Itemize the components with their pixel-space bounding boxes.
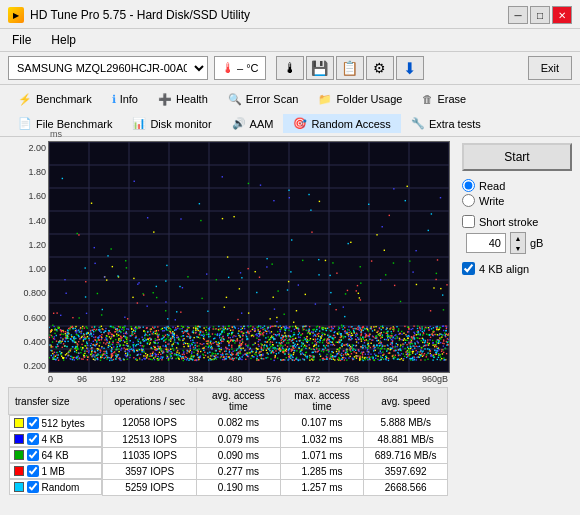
toolbar-icon-3[interactable]: 📋 xyxy=(336,56,364,80)
align-check[interactable] xyxy=(462,262,475,275)
chart-canvas xyxy=(48,141,450,373)
color-swatch-1 xyxy=(14,434,24,444)
cell-max-4: 1.257 ms xyxy=(280,479,364,495)
cell-transfer-1: 4 KB xyxy=(9,431,103,447)
cell-transfer-3: 1 MB xyxy=(9,463,103,479)
cell-ops-0: 12058 IOPS xyxy=(103,415,197,432)
cell-ops-1: 12513 IOPS xyxy=(103,431,197,447)
cell-speed-3: 3597.692 xyxy=(364,463,448,479)
benchmark-icon: ⚡ xyxy=(18,93,32,106)
tab-aam-label: AAM xyxy=(250,118,274,130)
temperature-value: – °C xyxy=(237,62,259,74)
gb-up-button[interactable]: ▲ xyxy=(511,233,525,243)
toolbar-icon-1[interactable]: 🌡 xyxy=(276,56,304,80)
tab-error-scan[interactable]: 🔍 Error Scan xyxy=(218,90,309,109)
cell-ops-3: 3597 IOPS xyxy=(103,463,197,479)
tab-folder-usage[interactable]: 📁 Folder Usage xyxy=(308,90,412,109)
tab-file-benchmark[interactable]: 📄 File Benchmark xyxy=(8,114,122,133)
tab-extra-tests-label: Extra tests xyxy=(429,118,481,130)
row-check-0[interactable] xyxy=(27,417,39,429)
tab-info[interactable]: ℹ Info xyxy=(102,90,148,109)
cell-speed-1: 48.881 MB/s xyxy=(364,431,448,447)
tab-folder-usage-label: Folder Usage xyxy=(336,93,402,105)
tab-random-access[interactable]: 🎯 Random Access xyxy=(283,114,400,133)
table-row: 4 KB 12513 IOPS 0.079 ms 1.032 ms 48.881… xyxy=(9,431,448,447)
col-header-speed: avg. speed xyxy=(364,388,448,415)
radio-read[interactable] xyxy=(462,179,475,192)
gb-down-button[interactable]: ▼ xyxy=(511,243,525,253)
menu-help[interactable]: Help xyxy=(47,31,80,49)
minimize-button[interactable]: ─ xyxy=(508,6,528,24)
cell-transfer-2: 64 KB xyxy=(9,447,103,463)
label-4: Random xyxy=(42,482,80,493)
tab-aam[interactable]: 🔊 AAM xyxy=(222,114,284,133)
cell-transfer-4: Random xyxy=(9,479,103,495)
gb-input-group: ▲ ▼ gB xyxy=(466,232,572,254)
health-icon: ➕ xyxy=(158,93,172,106)
write-label-text: Write xyxy=(479,195,504,207)
tab-erase[interactable]: 🗑 Erase xyxy=(412,90,476,108)
tab-erase-label: Erase xyxy=(437,93,466,105)
align-check-label[interactable]: 4 KB align xyxy=(462,262,572,275)
drive-select[interactable]: SAMSUNG MZQL2960HCJR-00A07 (960 ... xyxy=(8,56,208,80)
data-table: transfer size operations / sec avg. acce… xyxy=(8,387,448,496)
toolbar-icon-2[interactable]: 💾 xyxy=(306,56,334,80)
start-button[interactable]: Start xyxy=(462,143,572,171)
color-swatch-2 xyxy=(14,450,24,460)
row-check-4[interactable] xyxy=(27,481,39,493)
gb-spinner: ▲ ▼ xyxy=(510,232,526,254)
cell-speed-4: 2668.566 xyxy=(364,479,448,495)
cell-transfer-0: 512 bytes xyxy=(9,415,103,431)
main-content: 2.00 1.80 1.60 1.40 1.20 1.00 0.800 0.60… xyxy=(0,137,580,496)
cell-max-2: 1.071 ms xyxy=(280,447,364,463)
label-2: 64 KB xyxy=(42,450,69,461)
align-label-text: 4 KB align xyxy=(479,263,529,275)
maximize-button[interactable]: □ xyxy=(530,6,550,24)
tab-info-label: Info xyxy=(120,93,138,105)
exit-button[interactable]: Exit xyxy=(528,56,572,80)
gb-input[interactable] xyxy=(466,233,506,253)
toolbar-icon-4[interactable]: ⚙ xyxy=(366,56,394,80)
menu-bar: File Help xyxy=(0,29,580,52)
label-3: 1 MB xyxy=(42,466,65,477)
app-icon: ▶ xyxy=(8,7,24,23)
radio-write[interactable] xyxy=(462,194,475,207)
close-button[interactable]: ✕ xyxy=(552,6,572,24)
tab-extra-tests[interactable]: 🔧 Extra tests xyxy=(401,114,491,133)
chart-canvas-wrapper: ms xyxy=(48,141,450,373)
cell-avg-3: 0.277 ms xyxy=(197,463,281,479)
tab-random-access-label: Random Access xyxy=(311,118,390,130)
col-header-transfer: transfer size xyxy=(9,388,103,415)
toolbar-icon-5[interactable]: ⬇ xyxy=(396,56,424,80)
col-header-ops: operations / sec xyxy=(103,388,197,415)
cell-speed-0: 5.888 MB/s xyxy=(364,415,448,432)
title-buttons[interactable]: ─ □ ✕ xyxy=(508,6,572,24)
tab-health[interactable]: ➕ Health xyxy=(148,90,218,109)
title-bar: ▶ HD Tune Pro 5.75 - Hard Disk/SSD Utili… xyxy=(0,0,580,29)
short-stroke-label[interactable]: Short stroke xyxy=(462,215,572,228)
radio-write-label[interactable]: Write xyxy=(462,194,572,207)
y-axis: 2.00 1.80 1.60 1.40 1.20 1.00 0.800 0.60… xyxy=(8,141,46,373)
row-check-2[interactable] xyxy=(27,449,39,461)
table-row: 1 MB 3597 IOPS 0.277 ms 1.285 ms 3597.69… xyxy=(9,463,448,479)
cell-ops-2: 11035 IOPS xyxy=(103,447,197,463)
menu-file[interactable]: File xyxy=(8,31,35,49)
window-title: HD Tune Pro 5.75 - Hard Disk/SSD Utility xyxy=(30,8,250,22)
erase-icon: 🗑 xyxy=(422,93,433,105)
cell-avg-1: 0.079 ms xyxy=(197,431,281,447)
label-1: 4 KB xyxy=(42,434,64,445)
tab-benchmark-label: Benchmark xyxy=(36,93,92,105)
disk-monitor-icon: 📊 xyxy=(132,117,146,130)
short-stroke-check[interactable] xyxy=(462,215,475,228)
tab-health-label: Health xyxy=(176,93,208,105)
row-check-1[interactable] xyxy=(27,433,39,445)
extra-tests-icon: 🔧 xyxy=(411,117,425,130)
cell-max-0: 0.107 ms xyxy=(280,415,364,432)
tab-disk-monitor[interactable]: 📊 Disk monitor xyxy=(122,114,221,133)
color-swatch-3 xyxy=(14,466,24,476)
chart-area: 2.00 1.80 1.60 1.40 1.20 1.00 0.800 0.60… xyxy=(0,137,454,496)
row-check-3[interactable] xyxy=(27,465,39,477)
radio-read-label[interactable]: Read xyxy=(462,179,572,192)
tab-benchmark[interactable]: ⚡ Benchmark xyxy=(8,90,102,109)
radio-group: Read Write xyxy=(462,179,572,207)
